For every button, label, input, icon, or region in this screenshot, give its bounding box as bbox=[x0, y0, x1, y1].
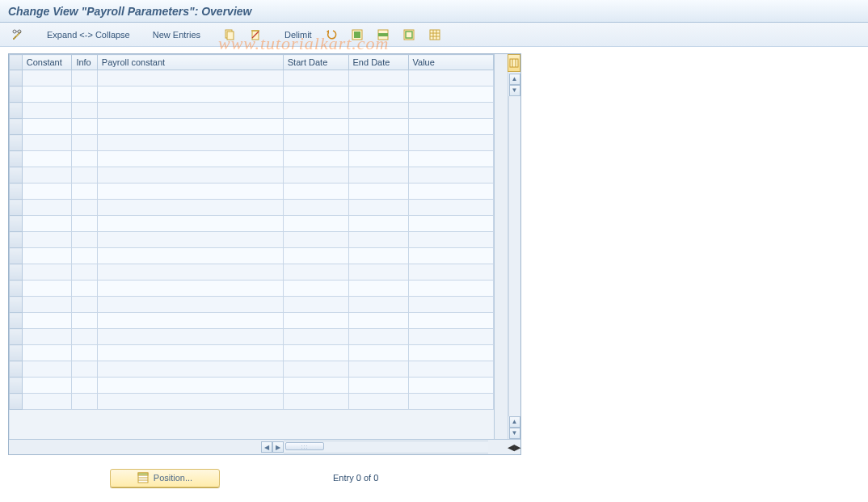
table-cell[interactable] bbox=[97, 103, 283, 119]
table-cell[interactable] bbox=[72, 394, 97, 410]
table-cell[interactable] bbox=[97, 361, 283, 378]
col-header-start-date[interactable]: Start Date bbox=[283, 55, 348, 70]
table-cell[interactable] bbox=[283, 361, 348, 378]
table-cell[interactable] bbox=[72, 103, 97, 119]
table-cell[interactable] bbox=[97, 70, 283, 86]
table-cell[interactable] bbox=[408, 248, 493, 264]
table-cell[interactable] bbox=[97, 394, 283, 410]
table-cell[interactable] bbox=[22, 151, 72, 167]
new-entries-button[interactable]: New Entries bbox=[148, 26, 205, 44]
row-selector-header[interactable] bbox=[10, 55, 23, 70]
table-row[interactable] bbox=[10, 135, 494, 151]
table-row[interactable] bbox=[10, 313, 494, 329]
table-cell[interactable] bbox=[22, 232, 72, 248]
row-selector[interactable] bbox=[10, 135, 23, 151]
table-cell[interactable] bbox=[72, 264, 97, 281]
table-cell[interactable] bbox=[283, 200, 348, 216]
table-cell[interactable] bbox=[22, 119, 72, 135]
table-cell[interactable] bbox=[348, 103, 408, 119]
row-selector[interactable] bbox=[10, 119, 23, 135]
table-cell[interactable] bbox=[22, 345, 72, 361]
position-button[interactable]: Position... bbox=[110, 469, 220, 487]
table-cell[interactable] bbox=[72, 151, 97, 167]
table-cell[interactable] bbox=[97, 378, 283, 394]
table-row[interactable] bbox=[10, 248, 494, 264]
expand-collapse-button[interactable]: Expand <-> Collapse bbox=[42, 26, 135, 44]
table-cell[interactable] bbox=[408, 200, 493, 216]
delimit-button[interactable]: Delimit bbox=[280, 26, 317, 44]
select-all-button[interactable] bbox=[346, 26, 369, 44]
table-cell[interactable] bbox=[72, 200, 97, 216]
table-cell[interactable] bbox=[22, 264, 72, 281]
table-cell[interactable] bbox=[348, 394, 408, 410]
payroll-parameters-table[interactable]: Constant Info Payroll constant Start Dat… bbox=[9, 54, 494, 410]
row-selector[interactable] bbox=[10, 361, 23, 378]
table-cell[interactable] bbox=[97, 345, 283, 361]
col-header-constant[interactable]: Constant bbox=[22, 55, 72, 70]
table-cell[interactable] bbox=[22, 248, 72, 264]
scroll-up-button[interactable]: ▲ bbox=[509, 74, 520, 85]
table-cell[interactable] bbox=[72, 378, 97, 394]
table-cell[interactable] bbox=[283, 151, 348, 167]
row-selector[interactable] bbox=[10, 329, 23, 345]
table-cell[interactable] bbox=[72, 216, 97, 232]
table-row[interactable] bbox=[10, 345, 494, 361]
table-cell[interactable] bbox=[348, 200, 408, 216]
table-cell[interactable] bbox=[283, 345, 348, 361]
table-cell[interactable] bbox=[22, 297, 72, 313]
scroll-down-button-bottom[interactable]: ▼ bbox=[509, 428, 520, 439]
row-selector[interactable] bbox=[10, 313, 23, 329]
table-cell[interactable] bbox=[348, 361, 408, 378]
table-cell[interactable] bbox=[408, 70, 493, 86]
table-cell[interactable] bbox=[283, 70, 348, 86]
table-row[interactable] bbox=[10, 232, 494, 248]
row-selector[interactable] bbox=[10, 86, 23, 103]
hscroll-right-end-button[interactable]: ▶ bbox=[514, 442, 520, 453]
row-selector[interactable] bbox=[10, 200, 23, 216]
table-cell[interactable] bbox=[22, 378, 72, 394]
table-cell[interactable] bbox=[72, 135, 97, 151]
select-block-button[interactable] bbox=[372, 26, 394, 44]
table-cell[interactable] bbox=[97, 232, 283, 248]
table-cell[interactable] bbox=[72, 313, 97, 329]
row-selector[interactable] bbox=[10, 151, 23, 167]
row-selector[interactable] bbox=[10, 184, 23, 200]
table-cell[interactable] bbox=[283, 297, 348, 313]
table-cell[interactable] bbox=[283, 103, 348, 119]
table-cell[interactable] bbox=[72, 86, 97, 103]
table-cell[interactable] bbox=[348, 151, 408, 167]
table-cell[interactable] bbox=[72, 281, 97, 297]
table-cell[interactable] bbox=[408, 264, 493, 281]
table-cell[interactable] bbox=[348, 281, 408, 297]
table-row[interactable] bbox=[10, 167, 494, 184]
table-cell[interactable] bbox=[283, 313, 348, 329]
table-cell[interactable] bbox=[348, 297, 408, 313]
table-cell[interactable] bbox=[72, 248, 97, 264]
table-cell[interactable] bbox=[348, 70, 408, 86]
row-selector[interactable] bbox=[10, 248, 23, 264]
table-cell[interactable] bbox=[22, 135, 72, 151]
table-settings-button[interactable] bbox=[423, 26, 446, 44]
table-row[interactable] bbox=[10, 297, 494, 313]
table-cell[interactable] bbox=[408, 394, 493, 410]
row-selector[interactable] bbox=[10, 103, 23, 119]
hscroll-right-button[interactable]: ▶ bbox=[272, 441, 284, 453]
row-selector[interactable] bbox=[10, 297, 23, 313]
table-cell[interactable] bbox=[348, 248, 408, 264]
table-cell[interactable] bbox=[408, 329, 493, 345]
table-cell[interactable] bbox=[408, 281, 493, 297]
table-cell[interactable] bbox=[283, 281, 348, 297]
table-cell[interactable] bbox=[97, 167, 283, 184]
row-selector[interactable] bbox=[10, 167, 23, 184]
hscroll-left-button[interactable]: ◀ bbox=[261, 441, 272, 453]
table-cell[interactable] bbox=[348, 216, 408, 232]
table-cell[interactable] bbox=[72, 345, 97, 361]
table-cell[interactable] bbox=[348, 167, 408, 184]
table-cell[interactable] bbox=[72, 70, 97, 86]
table-cell[interactable] bbox=[22, 167, 72, 184]
table-cell[interactable] bbox=[72, 329, 97, 345]
table-cell[interactable] bbox=[97, 297, 283, 313]
col-header-end-date[interactable]: End Date bbox=[348, 55, 408, 70]
table-row[interactable] bbox=[10, 70, 494, 86]
table-row[interactable] bbox=[10, 378, 494, 394]
